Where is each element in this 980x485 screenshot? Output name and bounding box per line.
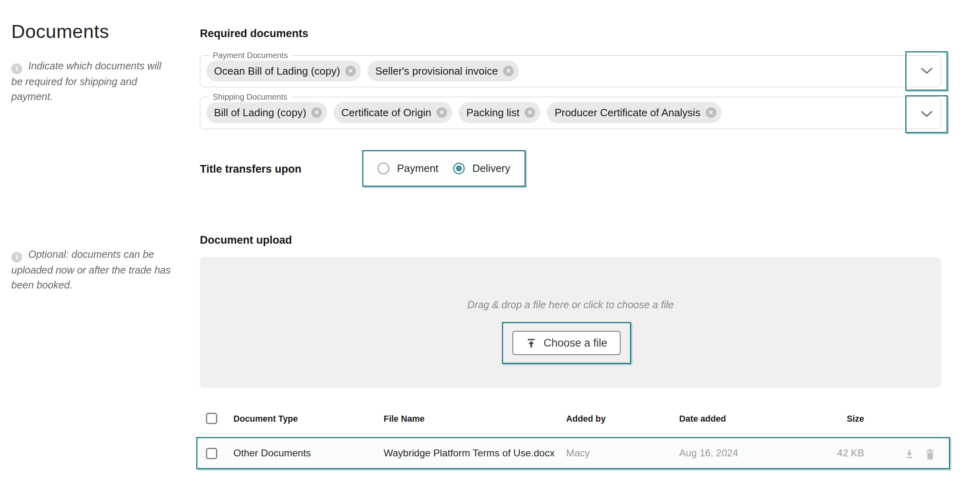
title-transfers-label: Title transfers upon bbox=[200, 163, 302, 176]
chip-label: Bill of Lading (copy) bbox=[214, 107, 306, 119]
chip-label: Ocean Bill of Lading (copy) bbox=[214, 65, 340, 77]
chip-payment-doc[interactable]: Seller's provisional invoice ✕ bbox=[367, 61, 519, 82]
delete-button[interactable] bbox=[925, 449, 935, 462]
payment-documents-chips: Ocean Bill of Lading (copy) ✕ Seller's p… bbox=[206, 61, 519, 82]
radio-option-delivery[interactable]: Delivery bbox=[453, 162, 510, 175]
info-icon: i bbox=[11, 252, 22, 263]
radio-label: Payment bbox=[397, 162, 439, 175]
chip-shipping-doc[interactable]: Packing list ✕ bbox=[459, 102, 541, 123]
shipping-documents-field[interactable]: Shipping Documents Bill of Lading (copy)… bbox=[200, 97, 941, 129]
table-row[interactable]: Other Documents Waybridge Platform Terms… bbox=[196, 437, 950, 469]
chip-label: Certificate of Origin bbox=[341, 107, 431, 119]
chip-label: Producer Certificate of Analysis bbox=[554, 107, 700, 119]
row-size: 42 KB bbox=[824, 447, 864, 459]
trash-icon bbox=[925, 449, 935, 460]
col-header-file-name: File Name bbox=[384, 414, 425, 424]
chip-shipping-doc[interactable]: Certificate of Origin ✕ bbox=[334, 102, 452, 123]
documents-page: Documents iIndicate which documents will… bbox=[0, 0, 980, 485]
choose-file-button[interactable]: Choose a file bbox=[512, 331, 621, 355]
chip-payment-doc[interactable]: Ocean Bill of Lading (copy) ✕ bbox=[206, 61, 361, 82]
shipping-documents-dropdown-toggle[interactable] bbox=[905, 95, 948, 133]
chip-remove-icon[interactable]: ✕ bbox=[503, 66, 514, 76]
col-header-size: Size bbox=[824, 414, 864, 424]
row-added-by: Macy bbox=[566, 447, 590, 459]
payment-documents-label: Payment Documents bbox=[209, 51, 292, 60]
choose-file-annotation: Choose a file bbox=[502, 322, 631, 364]
payment-documents-field[interactable]: Payment Documents Ocean Bill of Lading (… bbox=[200, 55, 941, 87]
dropzone-hint-text: Drag & drop a file here or click to choo… bbox=[200, 299, 941, 311]
chevron-down-icon bbox=[920, 111, 933, 118]
download-icon bbox=[904, 449, 915, 460]
required-documents-heading: Required documents bbox=[200, 27, 308, 40]
chip-remove-icon[interactable]: ✕ bbox=[311, 107, 322, 118]
row-checkbox[interactable] bbox=[206, 448, 217, 459]
shipping-documents-chips: Bill of Lading (copy) ✕ Certificate of O… bbox=[206, 102, 722, 123]
chip-remove-icon[interactable]: ✕ bbox=[436, 107, 447, 118]
radio-dot bbox=[456, 165, 462, 171]
document-upload-heading: Document upload bbox=[200, 234, 292, 247]
row-document-type: Other Documents bbox=[233, 447, 311, 459]
chip-shipping-doc[interactable]: Bill of Lading (copy) ✕ bbox=[206, 102, 327, 123]
col-header-date-added: Date added bbox=[679, 414, 726, 424]
chevron-down-icon bbox=[920, 67, 933, 75]
chip-remove-icon[interactable]: ✕ bbox=[706, 107, 716, 118]
table-header-divider bbox=[200, 434, 942, 435]
page-title: Documents bbox=[11, 20, 109, 42]
info-note-text: Optional: documents can be uploaded now … bbox=[11, 249, 171, 291]
shipping-documents-label: Shipping Documents bbox=[209, 92, 291, 102]
radio-option-payment[interactable]: Payment bbox=[378, 162, 439, 175]
upload-icon bbox=[526, 338, 537, 349]
col-header-added-by: Added by bbox=[566, 414, 606, 424]
chip-label: Packing list bbox=[466, 107, 520, 119]
col-header-document-type: Document Type bbox=[233, 414, 298, 424]
select-all-checkbox[interactable] bbox=[206, 413, 217, 424]
info-note-text: Indicate which documents will be require… bbox=[11, 60, 161, 102]
row-file-name: Waybridge Platform Terms of Use.docx bbox=[384, 447, 554, 459]
title-transfers-radio-group: Payment Delivery bbox=[362, 150, 526, 187]
chip-label: Seller's provisional invoice bbox=[375, 65, 498, 77]
row-date-added: Aug 16, 2024 bbox=[679, 447, 738, 459]
info-note-required: iIndicate which documents will be requir… bbox=[11, 59, 171, 104]
choose-file-label: Choose a file bbox=[544, 337, 607, 349]
radio-selected-icon[interactable] bbox=[453, 163, 465, 174]
info-icon: i bbox=[11, 63, 22, 74]
radio-label: Delivery bbox=[472, 162, 510, 175]
chip-remove-icon[interactable]: ✕ bbox=[345, 66, 356, 76]
chip-shipping-doc[interactable]: Producer Certificate of Analysis ✕ bbox=[547, 102, 721, 123]
download-button[interactable] bbox=[904, 449, 915, 461]
info-note-optional: iOptional: documents can be uploaded now… bbox=[11, 247, 180, 293]
chip-remove-icon[interactable]: ✕ bbox=[525, 107, 535, 118]
radio-unselected-icon[interactable] bbox=[378, 163, 389, 174]
payment-documents-dropdown-toggle[interactable] bbox=[905, 51, 948, 91]
